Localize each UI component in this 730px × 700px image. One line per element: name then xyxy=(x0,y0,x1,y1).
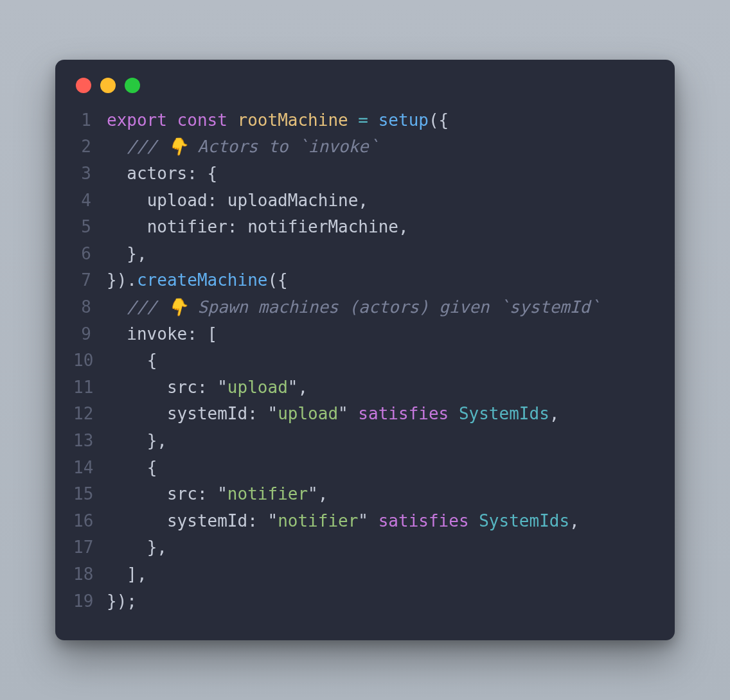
line-number: 5 xyxy=(73,214,107,241)
close-icon[interactable] xyxy=(76,78,91,93)
code-content: src: "upload", xyxy=(107,374,308,401)
line-number: 18 xyxy=(73,561,107,588)
code-line: 8 /// 👇 Spawn machines (actors) given `s… xyxy=(73,294,657,321)
line-number: 17 xyxy=(73,534,107,561)
code-content: ], xyxy=(107,561,147,588)
code-content: }, xyxy=(107,428,167,455)
code-line: 1 export const rootMachine = setup({ xyxy=(73,107,657,134)
code-line: 12 systemId: "upload" satisfies SystemId… xyxy=(73,401,657,428)
code-content: src: "notifier", xyxy=(107,481,328,508)
line-number: 10 xyxy=(73,347,107,374)
code-content: { xyxy=(107,455,157,482)
code-content: export const rootMachine = setup({ xyxy=(107,107,449,134)
code-content: invoke: [ xyxy=(107,321,217,348)
code-line: 10 { xyxy=(73,347,657,374)
code-content: /// 👇 Spawn machines (actors) given `sys… xyxy=(107,294,600,321)
code-content: systemId: "upload" satisfies SystemIds, xyxy=(107,401,559,428)
line-number: 7 xyxy=(73,267,107,294)
code-window: 1 export const rootMachine = setup({ 2 /… xyxy=(55,60,675,640)
line-number: 6 xyxy=(73,241,107,268)
line-number: 1 xyxy=(73,107,107,134)
code-line: 2 /// 👇 Actors to `invoke` xyxy=(73,134,657,161)
code-line: 7 }).createMachine({ xyxy=(73,267,657,294)
line-number: 3 xyxy=(73,161,107,188)
code-content: systemId: "notifier" satisfies SystemIds… xyxy=(107,508,580,535)
code-content: /// 👇 Actors to `invoke` xyxy=(107,134,378,161)
line-number: 19 xyxy=(73,588,107,615)
code-content: { xyxy=(107,347,157,374)
code-block: 1 export const rootMachine = setup({ 2 /… xyxy=(73,107,657,615)
window-traffic-lights xyxy=(73,75,657,107)
code-content: actors: { xyxy=(107,161,217,188)
code-line: 4 upload: uploadMachine, xyxy=(73,188,657,214)
line-number: 12 xyxy=(73,401,107,428)
code-content: }); xyxy=(107,588,137,615)
code-line: 17 }, xyxy=(73,534,657,561)
line-number: 15 xyxy=(73,481,107,508)
line-number: 9 xyxy=(73,321,107,348)
code-line: 5 notifier: notifierMachine, xyxy=(73,214,657,241)
code-content: upload: uploadMachine, xyxy=(107,188,368,214)
maximize-icon[interactable] xyxy=(125,78,140,93)
code-content: }, xyxy=(107,534,167,561)
line-number: 4 xyxy=(73,188,107,214)
code-line: 13 }, xyxy=(73,428,657,455)
line-number: 11 xyxy=(73,374,107,401)
code-line: 15 src: "notifier", xyxy=(73,481,657,508)
code-line: 11 src: "upload", xyxy=(73,374,657,401)
code-content: }).createMachine({ xyxy=(107,267,288,294)
code-line: 19 }); xyxy=(73,588,657,615)
minimize-icon[interactable] xyxy=(100,78,116,93)
line-number: 2 xyxy=(73,134,107,161)
line-number: 16 xyxy=(73,508,107,535)
line-number: 8 xyxy=(73,294,107,321)
code-line: 14 { xyxy=(73,455,657,482)
code-content: notifier: notifierMachine, xyxy=(107,214,409,241)
code-line: 9 invoke: [ xyxy=(73,321,657,348)
code-line: 3 actors: { xyxy=(73,161,657,188)
code-content: }, xyxy=(107,241,147,268)
code-line: 16 systemId: "notifier" satisfies System… xyxy=(73,508,657,535)
line-number: 13 xyxy=(73,428,107,455)
code-line: 18 ], xyxy=(73,561,657,588)
code-line: 6 }, xyxy=(73,241,657,268)
line-number: 14 xyxy=(73,455,107,482)
